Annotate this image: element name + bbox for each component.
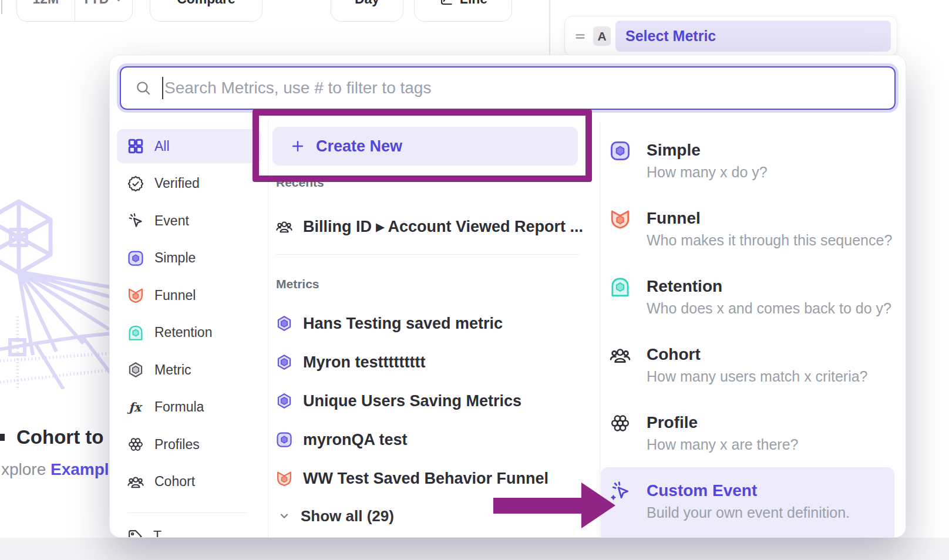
metric-type-title: Custom Event [647,481,850,501]
clipped-text-fragment [0,434,5,441]
funnel-icon [275,470,293,487]
metric-type-option[interactable]: Funnel Who makes it through this sequenc… [601,208,894,276]
line-chart-icon [439,0,454,7]
metric-type-option[interactable]: Custom Event Build your own event defini… [601,467,894,538]
metric-icon [127,361,144,379]
metric-item-label: Hans Testing saved metric [303,315,503,333]
compare-button[interactable]: Compare [150,0,263,22]
range-12m-button[interactable]: 12M [17,0,75,21]
metric-type-description: Who makes it through this sequence? [647,231,892,249]
category-item[interactable]: Funnel [117,278,261,312]
category-label: Formula [154,399,204,415]
metric-type-option[interactable]: Retention Who does x and comes back to d… [601,276,894,345]
metric-picker-modal: All Verified Event Simple Funnel Retenti… [109,55,906,538]
simple-icon [127,249,144,267]
recent-item[interactable]: Billing ID ▸ Account Viewed Report ... [275,214,583,239]
category-label: T [153,528,161,538]
funnel-icon [609,208,631,230]
category-label: Simple [154,250,196,266]
chart-type-button[interactable]: Line [414,0,512,22]
metric-item-label: Unique Users Saving Metrics [303,392,521,410]
category-item[interactable]: Cohort [117,465,261,499]
formula-icon: ƒx [127,399,144,416]
select-metric-label: Select Metric [625,28,716,45]
category-item[interactable]: Simple [117,241,261,275]
section-divider [276,254,580,255]
chevron-down-icon [112,0,125,6]
metric-type-description: How many x do y? [647,163,768,181]
grid-icon [127,137,144,155]
event-icon [127,212,144,230]
select-metric-field[interactable]: Select Metric [615,21,891,52]
create-new-button[interactable]: Create New [272,127,578,166]
page-footer-area [0,538,949,560]
column-divider [268,121,268,537]
example-link[interactable]: Example [51,460,118,478]
metric-type-option[interactable]: Simple How many x do y? [601,140,894,208]
category-item-partial[interactable]: T [127,528,161,538]
custom-event-icon [609,480,631,502]
category-item[interactable]: Retention [117,316,261,350]
chevron-down-icon [277,508,292,524]
profiles-icon [127,436,144,453]
metric-item[interactable]: Unique Users Saving Metrics [275,389,548,413]
simple-icon [609,140,631,162]
category-item[interactable]: Verified [117,167,261,201]
cohort-icon [609,344,631,366]
left-panel-edge [1,0,2,14]
search-input[interactable] [164,79,883,97]
granularity-button[interactable]: Day [331,0,403,22]
drag-handle-icon[interactable] [573,29,587,43]
plus-icon [290,139,305,154]
metric-item-label: Myron testtttttttt [303,353,425,372]
background-wireframe-illustration [0,195,117,389]
metric-type-description: Who does x and comes back to do y? [647,299,891,318]
range-ytd-button[interactable]: YTD [75,0,133,21]
subtext: xplore [1,460,46,478]
show-all-label: Show all (29) [301,507,394,525]
metric-list: Hans Testing saved metric Myron testtttt… [275,311,548,505]
recents-label: Recents [276,176,324,190]
tag-icon [127,528,143,538]
svg-text:ƒx: ƒx [127,400,143,414]
metric-type-title: Retention [647,276,891,296]
metric-type-option[interactable]: Cohort How many users match x criteria? [601,345,894,413]
metric-type-list: Simple How many x do y? Funnel Who makes… [601,140,894,538]
metric-purple-icon [275,315,293,332]
column-divider [600,121,600,537]
metric-item[interactable]: WW Test Saved Behavior Funnel [275,466,548,491]
metric-purple-icon [275,353,293,371]
search-bar [120,66,896,110]
category-item[interactable]: Metric [117,353,261,387]
metric-item-label: WW Test Saved Behavior Funnel [303,470,548,488]
range-ytd-label: YTD [82,0,109,7]
category-item[interactable]: Event [117,204,261,238]
create-new-label: Create New [316,137,402,156]
funnel-icon [127,286,144,304]
sidebar-divider [127,512,248,513]
category-item[interactable]: Profiles [117,427,261,461]
category-label: Retention [154,325,212,340]
simple-icon [275,431,293,448]
metric-slot-card: A Select Metric [564,16,897,56]
chart-type-label: Line [460,0,487,7]
text-caret [162,77,163,99]
show-all-toggle[interactable]: Show all (29) [277,504,394,528]
metric-type-title: Funnel [647,208,892,228]
metric-item[interactable]: Myron testtttttttt [275,350,548,375]
verified-icon [127,175,144,193]
metric-type-title: Profile [647,413,798,433]
cohort-icon [275,218,293,235]
metric-item-label: myronQA test [303,431,408,449]
metrics-label: Metrics [276,277,319,291]
metric-purple-icon [275,392,293,410]
retention-icon [127,324,144,342]
metric-item[interactable]: myronQA test [275,427,548,452]
range-12m-label: 12M [32,0,59,7]
search-icon [135,80,152,96]
category-item[interactable]: ƒx Formula [117,390,261,424]
metric-type-title: Simple [647,140,768,160]
category-item[interactable]: All [117,129,261,163]
metric-item[interactable]: Hans Testing saved metric [275,311,548,336]
series-badge: A [593,26,611,46]
